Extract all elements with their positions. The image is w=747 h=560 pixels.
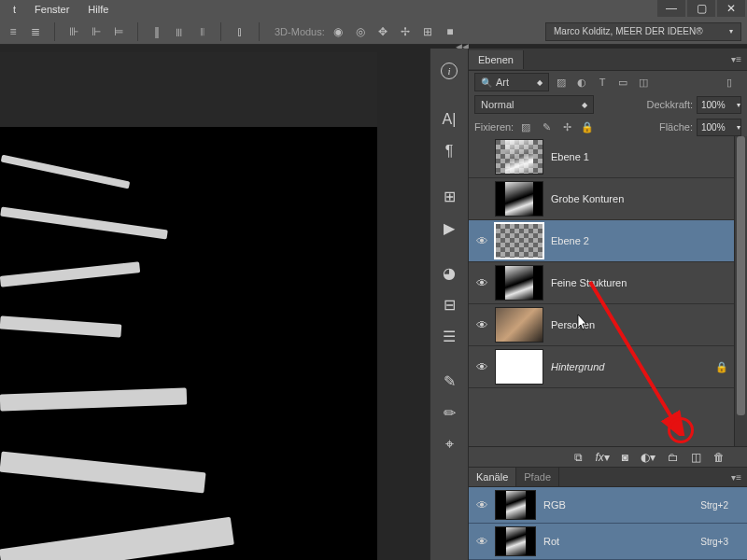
distribute-icon[interactable]: ⫿ [231, 22, 249, 41]
layer-name[interactable]: Ebene 2 [551, 235, 589, 246]
align-icon[interactable]: ≡ [4, 22, 22, 41]
layer-thumbnail[interactable] [495, 223, 543, 259]
layers-panel: Ebenen ▾≡ 🔍 Art ◆ ▨ ◐ T ▭ ◫ ▯ Normal◆ De… [469, 49, 747, 560]
project-name-dropdown[interactable]: Marco Kolditz, MEER DER IDEEN®▾ [545, 22, 741, 41]
layer-thumbnail[interactable] [495, 181, 543, 217]
layer-row[interactable]: Ebene 1 [469, 136, 747, 178]
lock-transparency-icon[interactable]: ▨ [517, 119, 534, 135]
distribute-icon[interactable]: ⫴ [192, 22, 211, 41]
filter-pixel-icon[interactable]: ▨ [553, 74, 570, 91]
lock-all-icon[interactable]: 🔒 [579, 119, 596, 135]
visibility-toggle[interactable]: 👁 [469, 360, 495, 374]
scrollbar[interactable] [734, 136, 747, 446]
panel-options-icon[interactable]: ▾≡ [726, 472, 747, 483]
brush-icon[interactable]: ✎ [430, 366, 468, 396]
filter-type-icon[interactable]: T [594, 74, 611, 91]
panel-options-icon[interactable]: ▾≡ [726, 54, 747, 64]
opacity-label: Deckkraft: [646, 99, 693, 110]
visibility-toggle[interactable]: 👁 [469, 535, 495, 549]
layer-group-icon[interactable]: 🗀 [668, 451, 679, 464]
blend-mode-dropdown[interactable]: Normal◆ [474, 95, 594, 114]
swatches-icon[interactable]: ⊞ [430, 181, 468, 211]
close-button[interactable]: ✕ [717, 0, 745, 17]
3d-tool-icon[interactable]: ■ [441, 22, 459, 41]
align-icon[interactable]: ≣ [26, 22, 45, 41]
layer-mask-icon[interactable]: ◙ [622, 451, 628, 464]
delete-layer-icon[interactable]: 🗑 [713, 451, 725, 464]
layer-row[interactable]: 👁 Feine Strukturen [469, 262, 747, 304]
adjustments-icon[interactable]: ☰ [430, 321, 468, 351]
layer-row[interactable]: 👁 Personen [469, 304, 747, 346]
layer-thumbnail[interactable] [495, 307, 543, 343]
opacity-input[interactable]: 100%▾ [697, 96, 741, 114]
paragraph-icon[interactable]: ¶ [430, 136, 468, 166]
channel-row[interactable]: 👁 Rot Strg+3 [469, 524, 747, 560]
menu-hilfe[interactable]: Hilfe [78, 4, 118, 15]
layer-name[interactable]: Grobe Konturen [551, 193, 624, 204]
layer-name[interactable]: Feine Strukturen [551, 277, 627, 288]
filter-switch-icon[interactable]: ▯ [721, 74, 738, 91]
adjustment-layer-icon[interactable]: ◐▾ [641, 451, 655, 464]
layer-row[interactable]: 👁 Ebene 2 [469, 220, 747, 262]
visibility-toggle[interactable]: 👁 [469, 276, 495, 290]
distribute-icon[interactable]: ⊪ [64, 22, 83, 41]
lock-icon: 🔒 [715, 361, 728, 373]
tab-ebenen[interactable]: Ebenen [469, 50, 524, 69]
distribute-icon[interactable]: ‖ [148, 22, 166, 41]
filter-shape-icon[interactable]: ▭ [614, 74, 631, 91]
minimize-button[interactable]: — [657, 0, 685, 17]
lock-row: Fixieren: ▨ ✎ ✢ 🔒 Fläche: 100%▾ [469, 116, 747, 138]
layer-style-icon[interactable]: fx▾ [595, 451, 609, 464]
layer-name[interactable]: Hintergrund [551, 361, 604, 372]
swatches-grid-icon[interactable]: ⊟ [430, 289, 468, 319]
canvas-image[interactable] [0, 127, 377, 560]
vertical-tool-strip: i A| ¶ ⊞ ▶ ◕ ⊟ ☰ ✎ ✏ ⌖ [430, 49, 469, 560]
options-bar: ≡ ≣ ⊪ ⊩ ⊨ ‖ ⫼ ⫴ ⫿ 3D-Modus: ◉ ◎ ✥ ✢ ⊞ ■ … [0, 19, 747, 45]
canvas-area [0, 52, 377, 560]
menu-bar: t Fenster Hilfe — ▢ ✕ [0, 0, 747, 19]
distribute-icon[interactable]: ⊩ [87, 22, 106, 41]
info-icon[interactable]: i [430, 56, 468, 86]
3d-tool-icon[interactable]: ◉ [329, 22, 347, 41]
distribute-icon[interactable]: ⫼ [170, 22, 189, 41]
menu-fenster[interactable]: Fenster [25, 4, 78, 15]
distribute-icon[interactable]: ⊨ [109, 22, 128, 41]
channel-thumbnail[interactable] [495, 490, 536, 520]
3d-tool-icon[interactable]: ✢ [396, 22, 415, 41]
tab-kanale[interactable]: Kanäle [469, 468, 516, 486]
layer-thumbnail[interactable] [495, 139, 543, 175]
filter-smartobject-icon[interactable]: ◫ [635, 74, 652, 91]
3d-mode-label: 3D-Modus: [275, 26, 325, 37]
filter-adjustment-icon[interactable]: ◐ [573, 74, 590, 91]
maximize-button[interactable]: ▢ [687, 0, 715, 17]
visibility-toggle[interactable]: 👁 [469, 318, 495, 332]
link-layers-icon[interactable]: ⧉ [574, 451, 583, 464]
layer-name[interactable]: Ebene 1 [551, 151, 589, 162]
3d-tool-icon[interactable]: ⊞ [418, 22, 437, 41]
layer-name[interactable]: Personen [551, 319, 595, 330]
clone-source-icon[interactable]: ⌖ [430, 429, 468, 459]
3d-tool-icon[interactable]: ◎ [351, 22, 370, 41]
fill-input[interactable]: 100%▾ [697, 119, 741, 136]
fill-label: Fläche: [659, 121, 693, 133]
visibility-toggle[interactable]: 👁 [469, 234, 495, 248]
brush-presets-icon[interactable]: ✏ [430, 398, 468, 427]
lock-position-icon[interactable]: ✢ [558, 119, 575, 135]
layer-row[interactable]: 👁 Hintergrund 🔒 [469, 346, 747, 388]
new-layer-icon[interactable]: ◫ [691, 451, 701, 464]
channel-thumbnail[interactable] [495, 526, 536, 556]
layer-row[interactable]: Grobe Konturen [469, 178, 747, 220]
3d-tool-icon[interactable]: ✥ [374, 22, 392, 41]
lock-pixels-icon[interactable]: ✎ [538, 119, 555, 135]
visibility-toggle[interactable]: 👁 [469, 498, 495, 512]
tab-pfade[interactable]: Pfade [516, 468, 559, 486]
layer-thumbnail[interactable] [495, 349, 543, 385]
color-wheel-icon[interactable]: ◕ [430, 258, 468, 287]
blend-mode-row: Normal◆ Deckkraft: 100%▾ [469, 93, 747, 116]
truncated-menu[interactable]: t [4, 4, 25, 15]
play-icon[interactable]: ▶ [430, 213, 468, 243]
layer-filter-dropdown[interactable]: 🔍 Art ◆ [474, 73, 549, 91]
layer-thumbnail[interactable] [495, 265, 543, 301]
channel-row[interactable]: 👁 RGB Strg+2 [469, 487, 747, 524]
type-tool-icon[interactable]: A| [430, 105, 468, 134]
